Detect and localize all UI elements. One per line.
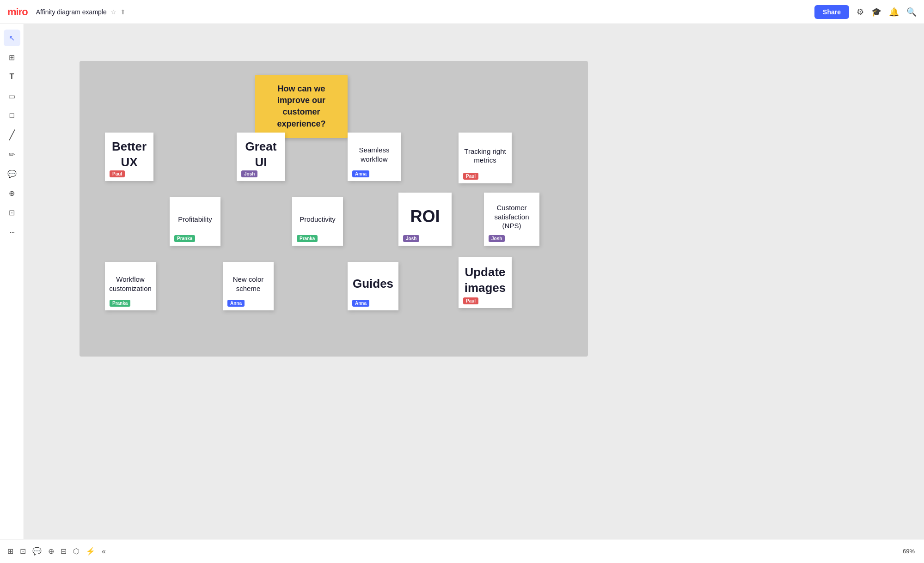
left-sidebar: ↖ ⊞ T ▭ □ ╱ ✏ 💬 ⊕ ⊡ ··· [0, 24, 24, 539]
note-text: Great UI [241, 139, 281, 170]
share-button[interactable]: Share [814, 5, 849, 19]
sticky-roi[interactable]: ROI Josh [398, 193, 452, 246]
bottombar: ⊞ ⊡ 💬 ⊕ ⊟ ⬡ ⚡ « 69% [0, 539, 924, 563]
note-text: Profitability [178, 215, 212, 224]
plus-tool[interactable]: ⊕ [48, 547, 54, 556]
comment-tool-bottom[interactable]: 💬 [32, 547, 42, 556]
text-tool[interactable]: T [4, 68, 20, 85]
education-icon[interactable]: 🎓 [871, 7, 881, 17]
tag-pranka: Pranka [110, 300, 130, 307]
tag-josh: Josh [489, 235, 505, 242]
shape-tool[interactable]: □ [4, 107, 20, 124]
note-text: Guides [353, 276, 393, 292]
sticky-productivity[interactable]: Productivity Pranka [292, 197, 343, 246]
note-text: New color scheme [227, 275, 269, 293]
sticky-new-color-scheme[interactable]: New color scheme Anna [223, 262, 274, 310]
topbar-right: Share ⚙ 🎓 🔔 🔍 [814, 5, 917, 19]
tag-pranka: Pranka [174, 235, 195, 242]
title-area: Affinity diagram example ☆ ⬆ [36, 8, 126, 16]
grid-tool[interactable]: ⊞ [7, 547, 13, 556]
star-icon[interactable]: ☆ [110, 8, 116, 16]
note-text: Customer satisfaction (NPS) [489, 203, 535, 230]
tag-josh: Josh [403, 235, 419, 242]
note-text: Productivity [300, 215, 336, 224]
sticky-workflow-customization[interactable]: Workflow customization Pranka [105, 262, 156, 310]
minus-tool[interactable]: ⊟ [61, 547, 67, 556]
sticky-profitability[interactable]: Profitability Pranka [170, 197, 220, 246]
lightning-tool[interactable]: ⚡ [86, 547, 95, 556]
tag-paul: Paul [463, 297, 478, 304]
frame-tool[interactable]: ⊞ [4, 49, 20, 66]
document-title[interactable]: Affinity diagram example [36, 8, 107, 16]
hex-tool[interactable]: ⬡ [73, 547, 80, 556]
topbar: miro Affinity diagram example ☆ ⬆ Share … [0, 0, 924, 24]
tag-anna: Anna [352, 170, 369, 177]
note-text: Workflow customization [109, 275, 152, 293]
miro-logo: miro [7, 6, 28, 18]
note-tool[interactable]: ▭ [4, 88, 20, 104]
sticky-customer-satisfaction[interactable]: Customer satisfaction (NPS) Josh [484, 193, 539, 246]
note-text: Tracking right metrics [463, 147, 507, 165]
tag-pranka: Pranka [297, 235, 318, 242]
zoom-level[interactable]: 69% [903, 548, 915, 555]
notification-icon[interactable]: 🔔 [889, 7, 899, 17]
collapse-icon[interactable]: « [102, 547, 106, 556]
line-tool[interactable]: ╱ [4, 127, 20, 143]
more-tools[interactable]: ··· [4, 224, 20, 240]
sticky-guides[interactable]: Guides Anna [348, 262, 398, 310]
question-card[interactable]: How can we improve our customer experien… [255, 75, 348, 138]
crop-tool[interactable]: ⊕ [4, 185, 20, 201]
sticky-better-ux[interactable]: Better UX Paul [105, 133, 153, 181]
note-text: Better UX [110, 139, 149, 170]
canvas[interactable]: How can we improve our customer experien… [24, 24, 924, 539]
template-tool[interactable]: ⊡ [4, 204, 20, 221]
note-text: ROI [410, 206, 440, 228]
note-text: Update images [463, 265, 507, 296]
tag-anna: Anna [352, 300, 369, 307]
pen-tool[interactable]: ✏ [4, 146, 20, 163]
search-icon[interactable]: 🔍 [906, 7, 917, 17]
sticky-seamless-workflow[interactable]: Seamless workflow Anna [348, 133, 401, 181]
note-text: Seamless workflow [352, 145, 396, 163]
tag-paul: Paul [463, 173, 478, 180]
tag-anna: Anna [227, 300, 245, 307]
sticky-update-images[interactable]: Update images Paul [459, 257, 512, 308]
tag-paul: Paul [110, 170, 125, 177]
comment-tool[interactable]: 💬 [4, 165, 20, 182]
question-text: How can we improve our customer experien… [277, 84, 325, 128]
customize-icon[interactable]: ⚙ [857, 7, 864, 17]
cursor-tool[interactable]: ↖ [4, 30, 20, 46]
frame-tool-bottom[interactable]: ⊡ [20, 547, 26, 556]
sticky-great-ui[interactable]: Great UI Josh [237, 133, 285, 181]
upload-icon[interactable]: ⬆ [120, 8, 126, 16]
sticky-tracking-metrics[interactable]: Tracking right metrics Paul [459, 133, 512, 183]
tag-josh: Josh [241, 170, 257, 177]
affinity-board: How can we improve our customer experien… [80, 61, 588, 357]
